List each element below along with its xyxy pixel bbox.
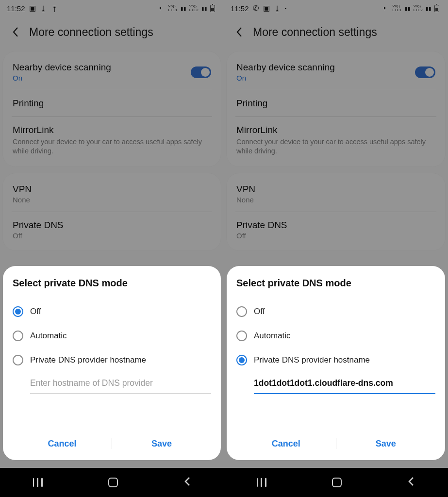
sim1-indicator: Vo))LTE1: [168, 4, 177, 12]
settings-group-1: Nearby device scanning On Printing Mirro…: [3, 51, 221, 166]
status-time: 11:52: [7, 4, 25, 13]
hostname-input[interactable]: [254, 374, 435, 394]
page-title: More connection settings: [253, 26, 377, 39]
radio-label: Automatic: [254, 331, 291, 341]
row-title: VPN: [236, 184, 435, 195]
appbar: More connection settings: [0, 17, 224, 48]
wifi-icon: ᯤ: [158, 4, 165, 13]
dialog-actions: Cancel Save: [236, 430, 435, 457]
row-sub: On: [236, 74, 335, 82]
radio-icon: [13, 331, 23, 341]
radio-icon: [236, 306, 247, 317]
nav-home[interactable]: [332, 478, 342, 487]
radio-icon: [13, 355, 23, 365]
row-sub: None: [236, 196, 435, 204]
private-dns-dialog: Select private DNS mode Off Automatic Pr…: [3, 266, 221, 460]
row-mirrorlink[interactable]: MirrorLink Connect your device to your c…: [12, 116, 212, 164]
signal1-icon: ▮▮: [405, 6, 411, 11]
signal2-icon: ▮▮: [426, 6, 431, 11]
row-vpn[interactable]: VPN None: [235, 176, 436, 212]
dialog-title: Select private DNS mode: [13, 278, 211, 289]
row-title: MirrorLink: [236, 125, 435, 135]
back-button[interactable]: [9, 25, 22, 39]
radio-icon: [236, 355, 247, 365]
row-private-dns[interactable]: Private DNS Off: [12, 212, 212, 248]
radio-label: Automatic: [30, 331, 67, 341]
back-button[interactable]: [232, 25, 246, 39]
radio-icon: [13, 306, 23, 317]
settings-group-1: Nearby device scanning On Printing Mirro…: [227, 51, 445, 166]
upload-icon: ⭱: [51, 4, 58, 13]
save-button[interactable]: Save: [112, 439, 211, 449]
radio-icon: [236, 331, 247, 341]
navbar: [224, 468, 448, 497]
row-title: VPN: [13, 184, 211, 195]
battery-icon: [434, 5, 439, 12]
radio-label: Off: [30, 307, 41, 316]
signal2-icon: ▮▮: [201, 6, 207, 11]
row-printing[interactable]: Printing: [12, 90, 212, 116]
row-desc: Connect your device to your car to acces…: [13, 137, 211, 156]
nav-recent[interactable]: [33, 478, 43, 487]
row-printing[interactable]: Printing: [235, 90, 436, 116]
row-nearby-scanning[interactable]: Nearby device scanning On: [12, 54, 212, 90]
row-sub: On: [13, 74, 111, 82]
signal1-icon: ▮▮: [181, 6, 186, 11]
radio-off[interactable]: Off: [236, 299, 435, 324]
radio-hostname[interactable]: Private DNS provider hostname: [236, 348, 435, 372]
toggle-nearby[interactable]: [191, 66, 211, 78]
radio-automatic[interactable]: Automatic: [236, 324, 435, 348]
phone-right: 11:52 ✆ ▣ ⭳ • ᯤ Vo))LTE1 ▮▮ Vo))LTE2 ▮▮ …: [224, 0, 448, 497]
row-title: Printing: [236, 98, 435, 109]
row-title: Printing: [13, 98, 211, 109]
radio-hostname[interactable]: Private DNS provider hostname: [13, 348, 211, 372]
download-icon: ⭳: [274, 4, 281, 13]
radio-label: Private DNS provider hostname: [254, 355, 370, 365]
settings-group-2: VPN None Private DNS Off: [227, 173, 445, 250]
row-vpn[interactable]: VPN None: [12, 176, 212, 212]
row-nearby-scanning[interactable]: Nearby device scanning On: [235, 54, 436, 90]
whatsapp-icon: ✆: [253, 4, 259, 13]
row-title: MirrorLink: [13, 125, 211, 135]
row-mirrorlink[interactable]: MirrorLink Connect your device to your c…: [235, 116, 436, 164]
status-bar: 11:52 ▣ ⭳ ⭱ ᯤ Vo))LTE1 ▮▮ Vo))LTE2 ▮▮: [0, 0, 224, 17]
phone-left: 11:52 ▣ ⭳ ⭱ ᯤ Vo))LTE1 ▮▮ Vo))LTE2 ▮▮ Mo…: [0, 0, 224, 497]
row-private-dns[interactable]: Private DNS Off: [235, 212, 436, 248]
sim2-indicator: Vo))LTE2: [189, 4, 199, 12]
nav-back[interactable]: [183, 477, 191, 488]
status-time: 11:52: [231, 4, 249, 13]
radio-off[interactable]: Off: [13, 299, 211, 324]
row-title: Nearby device scanning: [236, 62, 335, 73]
row-title: Nearby device scanning: [13, 62, 111, 73]
radio-automatic[interactable]: Automatic: [13, 324, 211, 348]
nav-home[interactable]: [108, 478, 118, 487]
row-sub: Off: [236, 232, 435, 240]
image-icon: ▣: [29, 4, 36, 13]
sim2-indicator: Vo))LTE2: [414, 4, 423, 12]
image-icon: ▣: [263, 4, 270, 13]
row-title: Private DNS: [236, 220, 435, 231]
row-sub: Off: [13, 232, 211, 240]
nav-recent[interactable]: [257, 478, 266, 487]
page-title: More connection settings: [29, 26, 153, 39]
save-button[interactable]: Save: [336, 439, 436, 449]
radio-label: Private DNS provider hostname: [30, 355, 146, 365]
dialog-title: Select private DNS mode: [236, 278, 435, 289]
row-desc: Connect your device to your car to acces…: [236, 137, 435, 156]
status-bar: 11:52 ✆ ▣ ⭳ • ᯤ Vo))LTE1 ▮▮ Vo))LTE2 ▮▮: [224, 0, 448, 17]
cancel-button[interactable]: Cancel: [236, 439, 336, 449]
sim1-indicator: Vo))LTE1: [392, 4, 401, 12]
navbar: [0, 468, 224, 497]
wifi-icon: ᯤ: [382, 4, 389, 13]
row-sub: None: [13, 196, 211, 204]
appbar: More connection settings: [224, 17, 448, 48]
dot-icon: •: [285, 6, 287, 11]
nav-back[interactable]: [407, 477, 415, 488]
toggle-nearby[interactable]: [415, 66, 435, 78]
download-icon: ⭳: [40, 4, 47, 13]
battery-icon: [210, 5, 215, 12]
cancel-button[interactable]: Cancel: [13, 439, 112, 449]
dialog-actions: Cancel Save: [13, 430, 211, 457]
hostname-input[interactable]: [30, 374, 211, 394]
private-dns-dialog: Select private DNS mode Off Automatic Pr…: [227, 266, 445, 460]
